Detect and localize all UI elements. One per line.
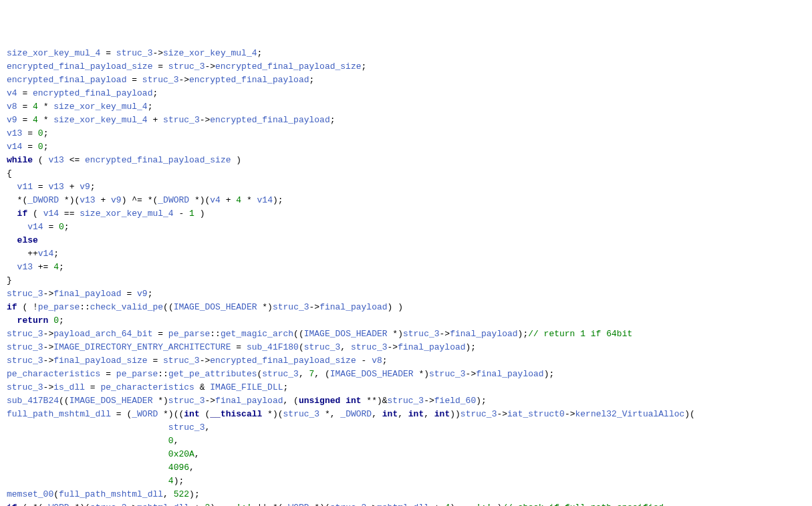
code-line[interactable]: struc_3->IMAGE_DIRECTORY_ENTRY_ARCHITECT… — [7, 341, 805, 354]
token-op — [7, 262, 17, 272]
code-line[interactable]: return 0; — [7, 314, 805, 328]
code-line[interactable]: struc_3, — [7, 421, 805, 434]
code-line[interactable]: v13 = 0; — [7, 127, 805, 140]
token-var: final_payload — [450, 329, 517, 339]
token-op — [7, 209, 17, 219]
token-op: ; — [59, 262, 64, 272]
code-line[interactable]: v14 = 0; — [7, 140, 805, 154]
code-line[interactable]: 0x20A, — [7, 448, 805, 461]
token-op: -> — [43, 289, 54, 299]
token-var: final_payload — [215, 396, 283, 406]
token-str: ':' — [476, 503, 491, 506]
token-var: struc_3 — [7, 289, 43, 299]
code-line[interactable]: pe_characteristics = pe_parse::get_pe_at… — [7, 368, 805, 381]
token-type: _DWORD — [340, 409, 372, 419]
token-op: , — [205, 422, 210, 432]
token-op: = — [85, 382, 100, 392]
token-var: sub_417B24 — [7, 396, 59, 406]
token-var: size_xor_key_mul_4 — [53, 115, 147, 125]
token-var: payload_arch_64_bit — [53, 329, 152, 339]
token-op: = — [122, 289, 137, 299]
token-type: IMAGE_DOS_HEADER — [330, 369, 414, 379]
token-var: struc_3 — [7, 356, 43, 366]
token-var: v13 — [80, 195, 95, 205]
token-op: ); — [466, 342, 477, 352]
code-line[interactable]: { — [7, 167, 805, 180]
token-var: pe_parse — [116, 369, 158, 379]
token-op: = — [17, 102, 33, 112]
token-var: v14 — [257, 195, 273, 205]
token-op: = — [17, 88, 33, 98]
token-var: struc_3 — [273, 302, 309, 312]
token-op: ++ — [7, 249, 38, 259]
code-line[interactable]: struc_3->payload_arch_64_bit = pe_parse:… — [7, 328, 805, 341]
token-num: 0 — [53, 315, 59, 326]
code-line[interactable]: encrypted_final_payload_size = struc_3->… — [7, 60, 805, 74]
code-line[interactable]: *(_DWORD *)(v13 + v9) ^= *(_DWORD *)(v4 … — [7, 194, 805, 207]
code-line[interactable]: ++v14; — [7, 247, 805, 261]
code-line[interactable]: struc_3->final_payload_size = struc_3->e… — [7, 354, 805, 368]
code-line[interactable]: v14 = 0; — [7, 221, 805, 234]
code-line[interactable]: encrypted_final_payload = struc_3->encry… — [7, 74, 805, 87]
token-var: struc_3 — [403, 329, 440, 339]
token-kw: int — [408, 409, 424, 419]
token-type: IMAGE_DOS_HEADER — [304, 329, 388, 339]
token-kw: else — [17, 235, 38, 245]
code-line[interactable]: full_path_mshtml_dll = (_WORD *)((int (_… — [7, 408, 805, 421]
token-op: ; — [382, 356, 388, 366]
token-var: v4 — [7, 88, 17, 98]
decompiled-code-view[interactable]: size_xor_key_mul_4 = struc_3->size_xor_k… — [7, 47, 805, 506]
token-var: struc_3 — [116, 48, 153, 58]
token-op: *)( — [309, 503, 330, 506]
token-kw: if — [17, 209, 28, 219]
token-op: -> — [440, 329, 450, 339]
code-line[interactable]: v11 = v13 + v9; — [7, 180, 805, 194]
token-var: encrypted_final_payload_size — [7, 61, 152, 72]
token-op: - — [356, 356, 372, 366]
code-line[interactable]: if ( !pe_parse::check_valid_pe((IMAGE_DO… — [7, 301, 805, 314]
token-brace: } — [7, 275, 12, 285]
code-line[interactable]: memset_00(full_path_mshtml_dll, 522); — [7, 488, 805, 501]
code-line[interactable]: v9 = 4 * size_xor_key_mul_4 + struc_3->e… — [7, 114, 805, 127]
code-line[interactable]: size_xor_key_mul_4 = struc_3->size_xor_k… — [7, 47, 805, 60]
token-op: ; — [330, 115, 335, 125]
token-op: -> — [205, 61, 215, 72]
code-line[interactable]: sub_417B24((IMAGE_DOS_HEADER *)struc_3->… — [7, 394, 805, 408]
code-line[interactable]: 0, — [7, 434, 805, 448]
token-op: = ( — [111, 409, 132, 419]
token-brace: { — [7, 168, 12, 178]
token-op: , ( — [283, 396, 299, 406]
token-op: = — [126, 75, 142, 85]
token-var: struc_3 — [168, 422, 205, 432]
token-var: v13 — [48, 155, 63, 165]
token-var: v13 — [7, 128, 22, 138]
code-line[interactable]: struc_3->final_payload = v9; — [7, 287, 805, 301]
token-var: full_path_mshtml_dll — [7, 409, 111, 419]
code-line[interactable]: else — [7, 234, 805, 247]
code-line[interactable]: v8 = 4 * size_xor_key_mul_4; — [7, 100, 805, 114]
token-op — [7, 315, 17, 326]
code-line[interactable]: v13 += 4; — [7, 261, 805, 274]
token-var: v9 — [111, 195, 122, 205]
token-op: = — [22, 128, 37, 138]
code-line[interactable]: 4); — [7, 475, 805, 488]
token-op: :: — [158, 369, 168, 379]
token-op: ; — [148, 102, 153, 112]
token-var: struc_3 — [7, 329, 43, 339]
token-op — [7, 449, 168, 459]
code-line[interactable]: } — [7, 274, 805, 287]
token-var: v14 — [27, 222, 43, 232]
token-var: struc_3 — [168, 396, 205, 406]
token-op: = — [17, 115, 33, 125]
token-op: ; — [64, 222, 70, 232]
token-op: += — [33, 262, 53, 272]
token-op: + — [64, 182, 80, 192]
code-line[interactable]: 4096, — [7, 461, 805, 475]
token-var: encrypted_final_payload — [210, 115, 329, 125]
code-line[interactable]: if ( v14 == size_xor_key_mul_4 - 1 ) — [7, 207, 805, 221]
token-op: ; — [362, 61, 367, 72]
code-line[interactable]: struc_3->is_dll = pe_characteristics & I… — [7, 381, 805, 394]
code-line[interactable]: if ( *(_WORD *)(struc_3->mshtml_dll + 2)… — [7, 501, 805, 506]
code-line[interactable]: v4 = encrypted_final_payload; — [7, 87, 805, 100]
code-line[interactable]: while ( v13 <= encrypted_final_payload_s… — [7, 154, 805, 167]
